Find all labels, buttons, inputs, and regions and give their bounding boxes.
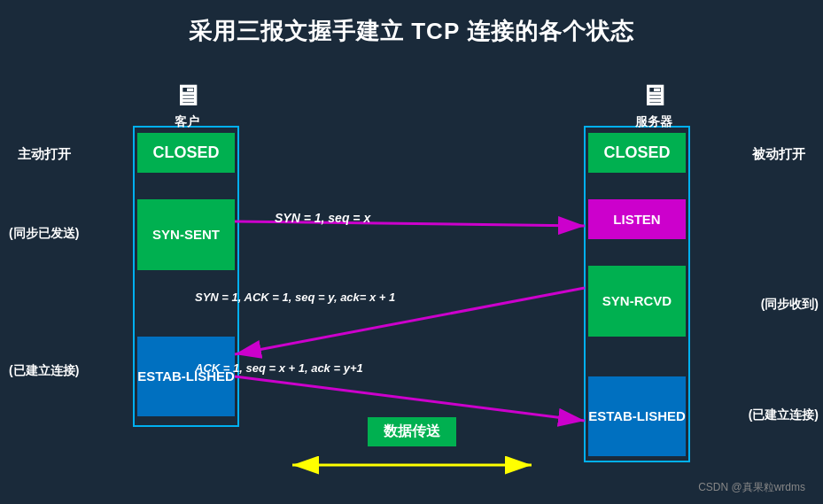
- syn-sent-box: SYN-SENT: [137, 199, 235, 270]
- client-name: 客户: [173, 114, 201, 130]
- syn-rcvd-box: SYN-RCVD: [588, 266, 686, 337]
- computer-icon-server: 🖥: [635, 80, 672, 112]
- established-left-label: (已建立连接): [9, 363, 79, 379]
- closed-left-box: CLOSED: [137, 133, 235, 173]
- estab-right-box: ESTAB-LISHED: [588, 376, 686, 456]
- sync-sent-label: (同步已发送): [9, 226, 79, 242]
- listen-box: LISTEN: [588, 199, 686, 239]
- closed-right-box: CLOSED: [588, 133, 686, 173]
- estab-left-box: ESTAB-LISHED: [137, 337, 235, 416]
- main-title: 采用三报文握手建立 TCP 连接的各个状态: [0, 0, 823, 47]
- computer-icon-client: 🖥: [173, 80, 201, 112]
- arrow2-label: SYN = 1, ACK = 1, seq = y, ack= x + 1: [195, 291, 395, 304]
- arrow3-label: ACK = 1, seq = x + 1, ack = y+1: [195, 361, 363, 375]
- watermark: CSDN @真果粒wrdms: [698, 480, 805, 495]
- arrow1-label: SYN = 1, seq = x: [275, 211, 370, 225]
- active-open-label: 主动打开: [18, 146, 71, 163]
- data-transfer-box: 数据传送: [368, 417, 456, 446]
- server-name: 服务器: [635, 114, 672, 130]
- passive-open-label: 被动打开: [752, 146, 805, 163]
- sync-received-label: (同步收到): [761, 297, 819, 313]
- established-right-label: (已建立连接): [749, 407, 819, 423]
- svg-line-7: [235, 376, 585, 421]
